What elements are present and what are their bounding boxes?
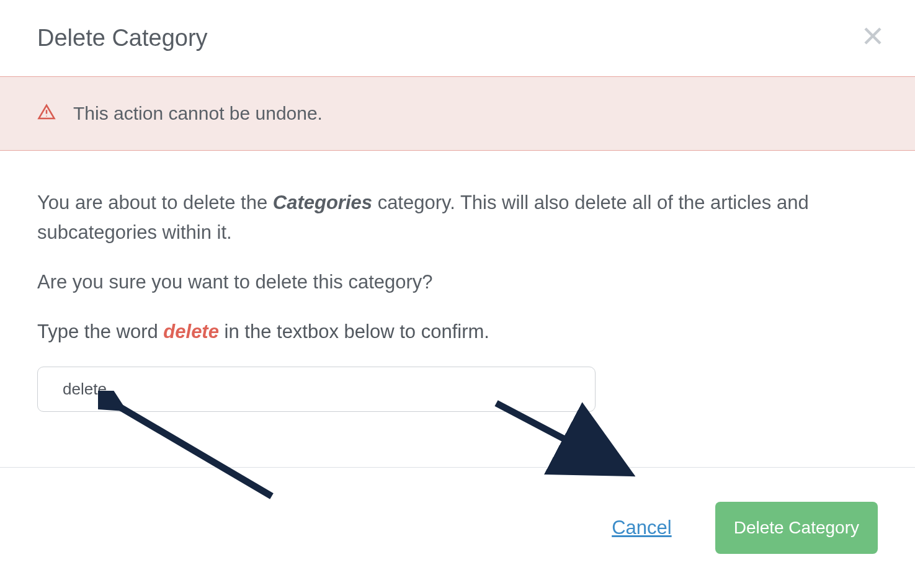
modal-footer: Cancel Delete Category: [0, 467, 915, 588]
confirm-question: Are you sure you want to delete this cat…: [37, 267, 878, 297]
intro-paragraph: You are about to delete the Categories c…: [37, 188, 878, 247]
warning-banner: This action cannot be undone.: [0, 76, 915, 151]
modal-header: Delete Category: [0, 0, 915, 76]
modal-body: You are about to delete the Categories c…: [0, 151, 915, 437]
delete-category-button[interactable]: Delete Category: [715, 502, 878, 554]
cancel-link[interactable]: Cancel: [612, 517, 672, 539]
warning-text: This action cannot be undone.: [73, 103, 323, 124]
confirm-delete-input[interactable]: [37, 367, 596, 412]
warning-triangle-icon: [37, 103, 56, 124]
modal-title: Delete Category: [37, 25, 878, 51]
close-button[interactable]: [862, 25, 884, 47]
svg-point-3: [46, 116, 47, 117]
type-instruction: Type the word delete in the textbox belo…: [37, 317, 878, 347]
delete-category-modal: Delete Category This action cannot be un…: [0, 0, 915, 588]
